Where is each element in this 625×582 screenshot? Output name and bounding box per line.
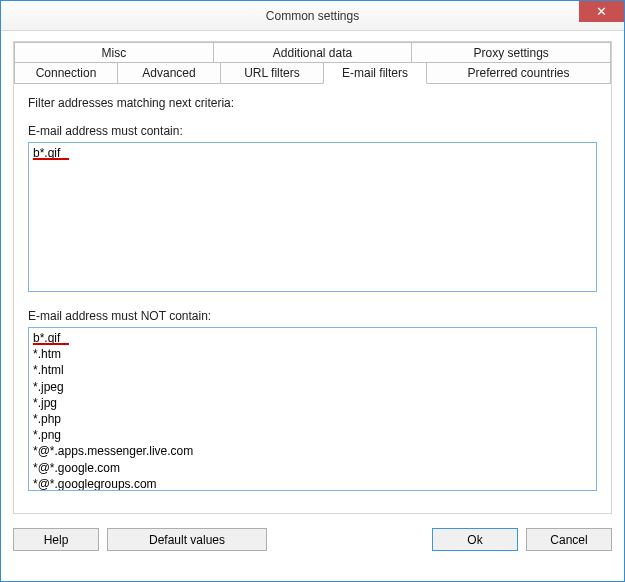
tab-row-1: Misc Additional data Proxy settings bbox=[14, 42, 611, 63]
tab-content-email-filters: Filter addresses matching next criteria:… bbox=[14, 83, 611, 513]
close-icon: ✕ bbox=[596, 5, 607, 18]
help-button[interactable]: Help bbox=[13, 528, 99, 551]
intro-label: Filter addresses matching next criteria: bbox=[28, 96, 597, 110]
cancel-button[interactable]: Cancel bbox=[526, 528, 612, 551]
tab-misc[interactable]: Misc bbox=[14, 42, 214, 63]
tab-connection[interactable]: Connection bbox=[14, 62, 118, 84]
must-contain-label: E-mail address must contain: bbox=[28, 124, 597, 138]
tab-row-2: Connection Advanced URL filters E-mail f… bbox=[14, 62, 611, 84]
ok-button[interactable]: Ok bbox=[432, 528, 518, 551]
tab-email-filters[interactable]: E-mail filters bbox=[323, 62, 427, 84]
button-bar: Help Default values Ok Cancel bbox=[1, 522, 624, 561]
tab-additional-data[interactable]: Additional data bbox=[213, 42, 413, 63]
tabs-frame: Misc Additional data Proxy settings Conn… bbox=[13, 41, 612, 514]
tab-proxy-settings[interactable]: Proxy settings bbox=[411, 42, 611, 63]
close-button[interactable]: ✕ bbox=[579, 1, 624, 22]
must-not-contain-label: E-mail address must NOT contain: bbox=[28, 309, 597, 323]
tab-advanced[interactable]: Advanced bbox=[117, 62, 221, 84]
window-title: Common settings bbox=[266, 9, 359, 23]
tab-preferred-countries[interactable]: Preferred countries bbox=[426, 62, 611, 84]
must-contain-textarea[interactable] bbox=[28, 142, 597, 292]
must-not-contain-textarea[interactable] bbox=[28, 327, 597, 491]
default-values-button[interactable]: Default values bbox=[107, 528, 267, 551]
titlebar: Common settings ✕ bbox=[1, 1, 624, 31]
tab-url-filters[interactable]: URL filters bbox=[220, 62, 324, 84]
